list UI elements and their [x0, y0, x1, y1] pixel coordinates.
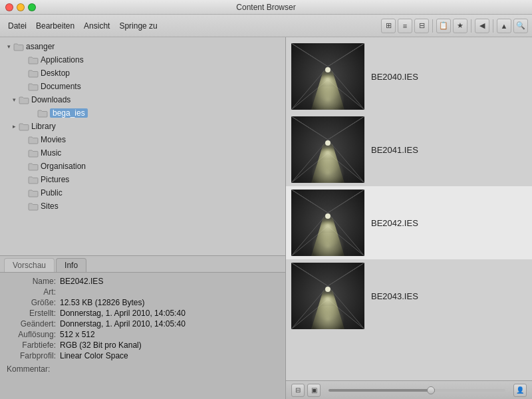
tree-item[interactable]: ▸Documents: [0, 80, 285, 93]
toolbar-actions: ⊞ ≡ ⊟ 📋 ★ ◀ ▲ 🔍: [381, 19, 528, 33]
folder-icon: [28, 82, 39, 91]
tree-item[interactable]: ▸Desktop: [0, 66, 285, 80]
window-controls: [5, 3, 36, 11]
folder-icon: [28, 176, 39, 184]
info-row: Auflösung:512 x 512: [7, 330, 279, 339]
maximize-button[interactable]: [28, 3, 36, 11]
info-row: Farbtiefe:RGB (32 Bit pro Kanal): [7, 340, 279, 350]
search-button[interactable]: 🔍: [513, 19, 528, 33]
tree-item[interactable]: ▾Downloads: [0, 93, 285, 106]
tab-info[interactable]: Info: [56, 258, 86, 272]
tree-item-label: Pictures: [41, 175, 69, 184]
bottom-toolbar: ⊟ ▣ 👤: [286, 380, 532, 399]
folder-icon: [28, 189, 39, 198]
info-tabs: Vorschau Info: [0, 256, 285, 273]
root-arrow[interactable]: [4, 43, 13, 50]
comment-label: Kommentar:: [7, 364, 279, 374]
folder-icon: [28, 162, 39, 171]
tree-root[interactable]: asanger: [0, 40, 285, 53]
menu-springe[interactable]: Springe zu: [115, 20, 161, 32]
info-row: Erstellt:Donnerstag, 1. April 2010, 14:0…: [7, 309, 279, 318]
thumbnail-list[interactable]: BE2040.IESBE2041.IESBE2042.IESBE2043.IES: [286, 37, 532, 380]
thumb-small-button[interactable]: ⊟: [291, 384, 305, 397]
thumbnail-item[interactable]: BE2042.IES: [286, 186, 532, 259]
tree-item-label: Organisation: [41, 162, 86, 171]
info-key: Auflösung:: [7, 330, 60, 339]
tree-item[interactable]: ▸bega_ies: [0, 106, 285, 120]
tree-item[interactable]: ▸Organisation: [0, 160, 285, 173]
star-button[interactable]: ★: [453, 19, 467, 33]
info-row: Art:: [7, 287, 279, 297]
folder-icon: [28, 56, 39, 65]
tree-item-label: Library: [31, 122, 56, 131]
root-label: asanger: [26, 42, 55, 51]
right-panel: BE2040.IESBE2041.IESBE2042.IESBE2043.IES…: [286, 37, 532, 399]
thumbnail-item[interactable]: BE2043.IES: [286, 259, 532, 332]
thumbnail-item[interactable]: BE2041.IES: [286, 113, 532, 186]
info-key: Geändert:: [7, 319, 60, 329]
info-value: RGB (32 Bit pro Kanal): [60, 340, 142, 350]
folder-icon: [28, 136, 39, 144]
tree-item-label: Documents: [41, 82, 81, 91]
root-folder-icon: [13, 43, 24, 51]
tree-item[interactable]: ▸Movies: [0, 133, 285, 146]
view-mode-button[interactable]: 👤: [513, 384, 527, 397]
info-value: Donnerstag, 1. April 2010, 14:05:40: [60, 309, 186, 318]
left-panel: asanger ▸Applications▸Desktop▸Documents▾…: [0, 37, 286, 399]
grid-view-button[interactable]: ⊞: [381, 19, 396, 33]
close-button[interactable]: [5, 3, 13, 11]
menu-ansicht[interactable]: Ansicht: [80, 20, 114, 32]
toolbar-separator: [432, 19, 433, 33]
list-view-button[interactable]: ≡: [398, 19, 412, 33]
info-value: Donnerstag, 1. April 2010, 14:05:40: [60, 319, 186, 329]
tree-item-label: Desktop: [41, 68, 70, 78]
info-key: Art:: [7, 287, 60, 297]
toolbar-separator-3: [493, 19, 493, 33]
tree-item[interactable]: ▸Pictures: [0, 173, 285, 186]
main-container: asanger ▸Applications▸Desktop▸Documents▾…: [0, 37, 532, 399]
tree-arrow[interactable]: ▸: [9, 123, 19, 130]
info-value: Linear Color Space: [60, 351, 128, 360]
minimize-button[interactable]: [17, 3, 25, 11]
thumbnail-item[interactable]: BE2040.IES: [286, 40, 532, 113]
thumbnail-name: BE2043.IES: [371, 291, 418, 301]
tree-item-label: bega_ies: [50, 108, 88, 118]
folder-icon: [19, 96, 29, 104]
zoom-slider-container: [329, 389, 505, 392]
tree-item[interactable]: ▸Public: [0, 186, 285, 200]
info-row: Geändert:Donnerstag, 1. April 2010, 14:0…: [7, 319, 279, 329]
thumb-medium-button[interactable]: ▣: [307, 384, 321, 397]
thumbnail-image: [291, 116, 364, 183]
tree-item[interactable]: ▸Sites: [0, 200, 285, 213]
up-button[interactable]: ▲: [497, 19, 511, 33]
thumbnail-name: BE2041.IES: [371, 145, 418, 155]
tree-item-label: Movies: [41, 135, 66, 144]
info-key: Farbprofil:: [7, 351, 60, 360]
tree-item-label: Downloads: [31, 95, 70, 104]
bookmark-button[interactable]: 📋: [436, 19, 451, 33]
titlebar: Content Browser: [0, 0, 532, 15]
tree-item[interactable]: ▸Library: [0, 120, 285, 133]
window-title: Content Browser: [236, 3, 295, 12]
zoom-slider[interactable]: [329, 389, 505, 392]
info-panel: Vorschau Info Name:BE2042.IESArt:Größe:1…: [0, 256, 285, 399]
menu-datei[interactable]: Datei: [4, 20, 31, 32]
menu-bearbeiten[interactable]: Bearbeiten: [32, 20, 78, 32]
folder-icon: [28, 149, 39, 158]
thumbnail-image: [291, 190, 364, 256]
info-key: Größe:: [7, 298, 60, 307]
tree-item[interactable]: ▸Music: [0, 146, 285, 160]
back-button[interactable]: ◀: [475, 19, 489, 33]
tree-arrow[interactable]: ▾: [9, 96, 19, 103]
tree-item[interactable]: ▸Applications: [0, 53, 285, 66]
tab-vorschau[interactable]: Vorschau: [4, 258, 55, 272]
info-value: 512 x 512: [60, 330, 95, 339]
folder-icon: [28, 69, 39, 78]
columns-view-button[interactable]: ⊟: [414, 19, 429, 33]
tree-item-label: Public: [41, 188, 63, 198]
info-content: Name:BE2042.IESArt:Größe:12.53 KB (12826…: [0, 273, 285, 399]
tree-item-label: Applications: [41, 55, 84, 65]
info-row: Größe:12.53 KB (12826 Bytes): [7, 298, 279, 307]
zoom-slider-thumb[interactable]: [427, 386, 435, 394]
file-tree[interactable]: asanger ▸Applications▸Desktop▸Documents▾…: [0, 37, 285, 256]
